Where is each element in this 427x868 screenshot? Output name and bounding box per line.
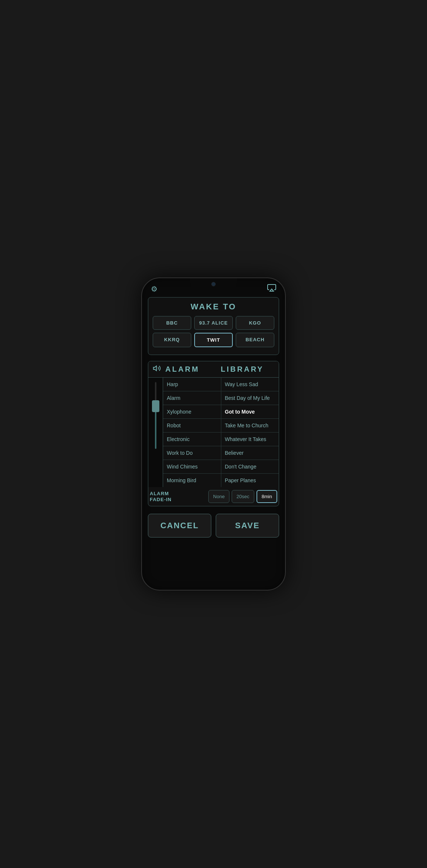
volume-fill [155,409,156,449]
library-section: ALARM LIBRARY HarpAlarmXylophoneRobotEle… [148,361,279,506]
radio-btn-kgo[interactable]: KGO [236,316,274,330]
fade-option-8min[interactable]: 8min [256,490,277,503]
library-header: ALARM LIBRARY [148,361,279,378]
screen-content: WAKE TO BBC93.7 ALICEKGOKKRQTWITBEACH AL… [142,297,285,586]
alarm-sound-item[interactable]: Alarm [163,391,221,405]
radio-btn-93.7-alice[interactable]: 93.7 ALICE [194,316,233,330]
alarm-sound-item[interactable]: Robot [163,419,221,433]
library-body: HarpAlarmXylophoneRobotElectronicWork to… [148,378,279,487]
volume-track[interactable] [155,382,156,449]
fade-option-20sec[interactable]: 20sec [232,490,254,503]
radio-buttons-grid: BBC93.7 ALICEKGOKKRQTWITBEACH [153,316,274,347]
library-song-item[interactable]: Take Me to Church [221,419,279,433]
fade-options: None20sec8min [175,490,277,503]
settings-icon[interactable]: ⚙ [151,285,158,293]
library-song-item[interactable]: Believer [221,446,279,460]
wake-to-panel: WAKE TO BBC93.7 ALICEKGOKKRQTWITBEACH [148,297,279,355]
save-button[interactable]: SAVE [216,514,279,537]
volume-thumb[interactable] [152,400,159,412]
library-column: Way Less SadBest Day of My LifeGot to Mo… [221,378,279,487]
alarm-sound-item[interactable]: Xylophone [163,405,221,419]
songs-columns: HarpAlarmXylophoneRobotElectronicWork to… [163,378,279,487]
fade-in-section: ALARMFADE-IN None20sec8min [148,487,279,506]
alarm-column: HarpAlarmXylophoneRobotElectronicWork to… [163,378,221,487]
library-song-item[interactable]: Don't Change [221,460,279,474]
cancel-button[interactable]: CANCEL [148,514,211,537]
radio-btn-bbc[interactable]: BBC [153,316,191,330]
library-header-text: ALARM LIBRARY [165,365,264,374]
alarm-sound-item[interactable]: Work to Do [163,446,221,460]
library-song-item[interactable]: Way Less Sad [221,378,279,391]
bottom-buttons: CANCEL SAVE [148,511,279,543]
radio-btn-twit[interactable]: TWIT [194,333,233,347]
alarm-sound-item[interactable]: Electronic [163,433,221,446]
volume-slider-container [148,378,163,487]
radio-btn-kkrq[interactable]: KKRQ [153,333,191,347]
wake-to-title: WAKE TO [153,302,274,312]
svg-marker-1 [153,366,156,371]
radio-btn-beach[interactable]: BEACH [236,333,274,347]
speaker-icon [153,364,161,374]
svg-marker-0 [270,289,274,291]
library-song-item[interactable]: Got to Move [221,405,279,419]
alarm-sound-item[interactable]: Morning Bird [163,474,221,487]
airplay-icon[interactable] [267,283,276,294]
fade-in-label: ALARMFADE-IN [150,491,172,502]
phone-frame: ⚙ WAKE TO BBC93.7 ALICEKGOKKRQTWITBEACH [141,277,286,591]
alarm-sound-item[interactable]: Wind Chimes [163,460,221,474]
library-song-item[interactable]: Best Day of My Life [221,391,279,405]
library-song-item[interactable]: Whatever It Takes [221,433,279,446]
alarm-sound-item[interactable]: Harp [163,378,221,391]
library-song-item[interactable]: Paper Planes [221,474,279,487]
fade-option-none[interactable]: None [208,490,229,503]
phone-camera [211,282,216,286]
